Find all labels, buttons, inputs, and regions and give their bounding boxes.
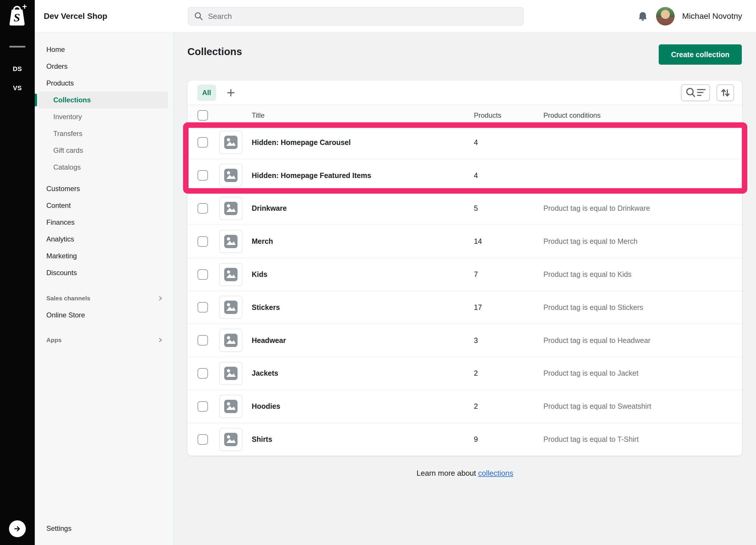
sidebar-item-orders[interactable]: Orders <box>35 58 174 75</box>
collections-link[interactable]: collections <box>478 469 513 477</box>
sidebar: HomeOrdersProductsCollectionsInventoryTr… <box>35 32 174 545</box>
sidebar-item-home[interactable]: Home <box>35 41 174 58</box>
sidebar-item-content[interactable]: Content <box>35 197 174 214</box>
table-row[interactable]: Jackets 2 Product tag is equal to Jacket <box>187 357 742 390</box>
sidebar-item-catalogs[interactable]: Catalogs <box>35 159 174 176</box>
collection-thumbnail <box>219 131 242 154</box>
search-input[interactable] <box>208 12 498 21</box>
collection-title[interactable]: Jackets <box>252 369 474 378</box>
sidebar-item-finances[interactable]: Finances <box>35 214 174 231</box>
collection-title[interactable]: Hidden: Homepage Carousel <box>252 138 474 147</box>
sort-button[interactable] <box>717 84 734 101</box>
search-and-filter-button[interactable] <box>681 84 710 101</box>
image-placeholder-icon <box>224 202 238 215</box>
sidebar-item-collections[interactable]: Collections <box>38 92 168 108</box>
row-checkbox[interactable] <box>198 269 208 280</box>
collection-thumbnail <box>219 296 242 319</box>
expand-sidebar-button[interactable] <box>9 520 26 537</box>
collection-thumbnail <box>219 362 242 385</box>
row-checkbox[interactable] <box>198 302 208 313</box>
logo-plus: + <box>22 3 27 11</box>
rail-shop-ds[interactable]: DS <box>0 59 35 79</box>
shopify-admin-window: S + DSVS Dev Vercel Shop <box>0 0 756 545</box>
avatar[interactable] <box>656 7 675 25</box>
sidebar-item-products[interactable]: Products <box>35 75 174 92</box>
sidebar-item-transfers[interactable]: Transfers <box>35 125 174 142</box>
shopify-logo[interactable]: S + <box>8 3 27 28</box>
collection-title[interactable]: Drinkware <box>252 204 474 212</box>
collection-product-count: 2 <box>474 402 543 411</box>
table-row[interactable]: Stickers 17 Product tag is equal to Stic… <box>187 291 742 324</box>
sidebar-item-label: Orders <box>46 62 67 70</box>
collection-title[interactable]: Kids <box>252 270 474 279</box>
sidebar-item-analytics[interactable]: Analytics <box>35 231 174 247</box>
online-store-label: Online Store <box>46 311 85 319</box>
sidebar-item-label: Inventory <box>53 113 82 121</box>
table-row[interactable]: Kids 7 Product tag is equal to Kids <box>187 258 742 291</box>
collection-product-count: 2 <box>474 369 543 378</box>
tab-all[interactable]: All <box>197 85 216 101</box>
collection-title[interactable]: Stickers <box>252 303 474 312</box>
sidebar-item-sales-channels[interactable]: Sales channels <box>35 290 174 307</box>
sidebar-item-settings[interactable]: Settings <box>35 520 174 537</box>
logo-handle <box>14 7 20 10</box>
row-checkbox[interactable] <box>198 170 208 180</box>
table-row[interactable]: Drinkware 5 Product tag is equal to Drin… <box>187 192 742 225</box>
table-row[interactable]: Shirts 9 Product tag is equal to T-Shirt <box>187 423 742 456</box>
user-name[interactable]: Michael Novotny <box>682 12 742 21</box>
row-checkbox[interactable] <box>198 434 208 445</box>
row-checkbox[interactable] <box>198 236 208 247</box>
notifications-button[interactable] <box>637 10 649 22</box>
collection-product-count: 17 <box>474 303 543 312</box>
sidebar-item-inventory[interactable]: Inventory <box>35 108 174 125</box>
sidebar-item-label: Catalogs <box>53 163 81 171</box>
sidebar-item-online-store[interactable]: Online Store <box>35 307 174 324</box>
row-checkbox[interactable] <box>198 137 208 147</box>
image-placeholder-icon <box>224 268 238 281</box>
footer-note: Learn more about collections <box>174 469 756 478</box>
collection-title[interactable]: Headwear <box>252 336 474 345</box>
global-search[interactable] <box>188 7 523 25</box>
collection-condition: Product tag is equal to Drinkware <box>543 204 742 212</box>
row-checkbox[interactable] <box>198 401 208 412</box>
collection-thumbnail <box>219 428 242 451</box>
sidebar-item-apps[interactable]: Apps <box>35 332 174 349</box>
collection-condition: Product tag is equal to Sweatshirt <box>543 402 742 411</box>
sidebar-item-discounts[interactable]: Discounts <box>35 264 174 281</box>
row-checkbox[interactable] <box>198 203 208 214</box>
sidebar-item-customers[interactable]: Customers <box>35 180 174 197</box>
create-collection-button[interactable]: Create collection <box>659 44 742 65</box>
chevron-right-icon <box>158 296 163 301</box>
nav-rail: S + DSVS <box>0 0 35 545</box>
rail-shop-vs[interactable]: VS <box>0 79 35 98</box>
table-row[interactable]: Hoodies 2 Product tag is equal to Sweats… <box>187 390 742 423</box>
image-placeholder-icon <box>224 235 238 248</box>
main-content: Collections Create collection All <box>174 32 756 545</box>
plus-icon <box>227 88 235 97</box>
sidebar-item-label: Home <box>46 45 65 54</box>
collection-product-count: 9 <box>474 435 543 444</box>
select-all-checkbox[interactable] <box>198 110 208 121</box>
row-checkbox[interactable] <box>198 368 208 379</box>
sidebar-item-marketing[interactable]: Marketing <box>35 247 174 264</box>
image-placeholder-icon <box>224 169 238 182</box>
sidebar-item-label: Products <box>46 79 74 87</box>
add-tab-button[interactable] <box>226 88 236 98</box>
arrow-right-icon <box>13 525 21 533</box>
collection-title[interactable]: Hidden: Homepage Featured Items <box>252 171 474 180</box>
table-row[interactable]: Hidden: Homepage Carousel 4 <box>187 126 742 159</box>
column-product-conditions: Product conditions <box>543 111 742 119</box>
collection-product-count: 4 <box>474 171 543 180</box>
collection-condition: Product tag is equal to Kids <box>543 270 742 279</box>
table-row[interactable]: Headwear 3 Product tag is equal to Headw… <box>187 324 742 357</box>
collection-title[interactable]: Shirts <box>252 435 474 444</box>
collection-title[interactable]: Merch <box>252 237 474 245</box>
table-row[interactable]: Hidden: Homepage Featured Items 4 <box>187 159 742 192</box>
topbar: Dev Vercel Shop Michael Novotny <box>35 0 756 32</box>
collection-product-count: 3 <box>474 336 543 345</box>
collection-title[interactable]: Hoodies <box>252 402 474 411</box>
collection-thumbnail <box>219 164 242 187</box>
row-checkbox[interactable] <box>198 335 208 346</box>
table-row[interactable]: Merch 14 Product tag is equal to Merch <box>187 225 742 258</box>
sidebar-item-gift-cards[interactable]: Gift cards <box>35 142 174 159</box>
